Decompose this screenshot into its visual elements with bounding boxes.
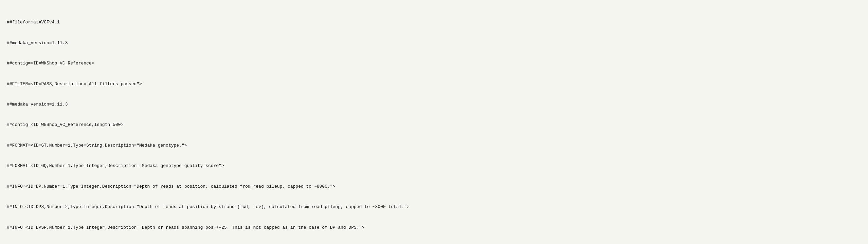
- vcf-line-10: ##INFO=<ID=DPS,Number=2,Type=Integer,Des…: [7, 204, 861, 210]
- vcf-line-1: ##fileformat=VCFv4.1: [7, 19, 861, 26]
- vcf-line-8: ##FORMAT=<ID=GQ,Number=1,Type=Integer,De…: [7, 163, 861, 169]
- vcf-line-11: ##INFO=<ID=DPSP,Number=1,Type=Integer,De…: [7, 224, 861, 231]
- vcf-content: ##fileformat=VCFv4.1 ##medaka_version=1.…: [7, 5, 861, 244]
- vcf-line-4: ##FILTER=<ID=PASS,Description="All filte…: [7, 81, 861, 88]
- vcf-line-3: ##contig=<ID=WkShop_VC_Reference>: [7, 60, 861, 67]
- vcf-line-6: ##contig=<ID=WkShop_VC_Reference,length=…: [7, 121, 861, 128]
- vcf-line-5: ##medaka_version=1.11.3: [7, 101, 861, 108]
- vcf-line-7: ##FORMAT=<ID=GT,Number=1,Type=String,Des…: [7, 142, 861, 149]
- vcf-line-9: ##INFO=<ID=DP,Number=1,Type=Integer,Desc…: [7, 183, 861, 190]
- vcf-line-2: ##medaka_version=1.11.3: [7, 40, 861, 46]
